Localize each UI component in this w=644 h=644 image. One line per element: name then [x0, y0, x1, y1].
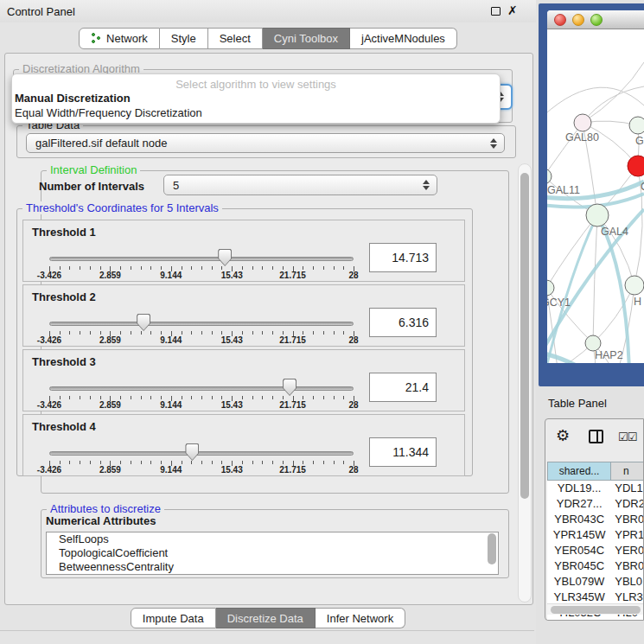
network-node-gcy1[interactable]	[547, 280, 554, 296]
tick-mark	[221, 396, 222, 399]
table-header-row: shared... n	[547, 462, 644, 481]
tick-label: 21.715	[279, 400, 306, 410]
tick-mark	[212, 396, 213, 399]
table-panel: ⚙ ☑☑ shared... n YDL19...YDL1YDR27...YDR…	[545, 418, 644, 621]
bottom-tab-impute-data[interactable]: Impute Data	[131, 608, 216, 628]
threshold-3-slider-track[interactable]	[49, 386, 354, 391]
threshold-1-slider-track[interactable]	[49, 257, 354, 261]
network-node-gal4[interactable]	[586, 204, 609, 226]
table-row-ydl19-[interactable]: YDL19...YDL1	[547, 481, 644, 496]
settings-viewport: Interval Definition Number of Intervals …	[11, 162, 516, 604]
network-node-gal11[interactable]	[547, 169, 552, 184]
tick-label: 21.715	[279, 465, 306, 475]
number-of-intervals-combobox[interactable]: 5	[163, 175, 437, 195]
threshold-3-slider-thumb[interactable]	[283, 379, 296, 396]
threshold-2-label: Threshold 2	[32, 290, 96, 303]
table-rows: YDL19...YDL1YDR27...YDR2YBR043CYBR0YPR14…	[547, 481, 644, 621]
table-row-ydr27-[interactable]: YDR27...YDR2	[547, 496, 644, 512]
threshold-4-slider-thumb[interactable]	[185, 443, 199, 461]
traffic-light-minimize-icon[interactable]	[572, 14, 584, 26]
tick-mark	[150, 461, 151, 464]
node-label-gal4: GAL4	[601, 226, 628, 238]
tick-label: 15.43	[221, 271, 243, 280]
tick-mark	[283, 461, 284, 464]
tick-mark	[201, 396, 202, 399]
tick-mark	[141, 461, 142, 464]
table-data-combobox[interactable]: galFiltered.sif default node	[26, 133, 505, 153]
threshold-3-value-field[interactable]: 21.4	[369, 373, 437, 402]
tick-mark	[334, 266, 335, 270]
traffic-light-close-icon[interactable]	[554, 14, 566, 26]
tick-mark	[242, 266, 243, 270]
tick-mark	[120, 396, 121, 399]
close-icon[interactable]: ✗	[507, 3, 518, 17]
tick-mark	[141, 266, 142, 270]
tick-mark	[323, 266, 324, 270]
tab-select[interactable]: Select	[208, 28, 263, 49]
bottom-tab-discretize-data[interactable]: Discretize Data	[216, 608, 316, 628]
attribute-item-betweennesscentrality[interactable]: BetweennessCentrality	[47, 560, 498, 574]
tick-mark	[69, 461, 70, 464]
tick-label: -3.426	[37, 271, 61, 280]
select-columns-checkboxes-icon[interactable]: ☑☑	[618, 430, 636, 443]
algorithm-option-manual-discretization[interactable]: Manual Discretization	[15, 92, 499, 106]
algorithm-dropdown-popup: Select algorithm to view settings Manual…	[11, 73, 501, 124]
table-row-ybl079w[interactable]: YBL079WYBL0	[547, 574, 644, 590]
tab-cyni-toolbox[interactable]: Cyni Toolbox	[263, 28, 350, 49]
threshold-1-slider-thumb[interactable]	[218, 249, 232, 266]
threshold-2-slider-thumb[interactable]	[137, 314, 150, 331]
node-label-gcy1: GCY1	[547, 296, 571, 309]
threshold-1-value-field[interactable]: 14.713	[369, 243, 437, 272]
tick-mark	[221, 266, 222, 270]
network-node-h[interactable]	[625, 276, 644, 295]
table-h-scrollbar[interactable]	[547, 603, 644, 615]
tick-label: 15.43	[221, 465, 243, 475]
tick-mark	[141, 331, 142, 335]
attribute-item-selfloops[interactable]: SelfLoops	[47, 532, 498, 546]
network-node-c[interactable]	[628, 156, 644, 176]
attributes-scrollbar-thumb[interactable]	[488, 533, 496, 564]
tab-style[interactable]: Style	[160, 28, 208, 49]
table-row-yer054c[interactable]: YER054CYER0	[547, 543, 644, 558]
cell-shared-name: YDL19...	[547, 481, 611, 496]
tick-mark	[242, 461, 243, 464]
column-header-shared-name[interactable]: shared...	[547, 462, 611, 481]
network-node-gal80[interactable]	[574, 114, 591, 131]
network-view-window: GAL80GCGAL11GAL4GCY1HHAP2	[547, 10, 644, 363]
threshold-4-value-field[interactable]: 11.344	[369, 437, 437, 467]
table-h-scrollbar-thumb[interactable]	[551, 606, 641, 614]
tick-label: 21.715	[279, 335, 306, 345]
panel-scrollbar-thumb[interactable]	[520, 173, 529, 499]
network-canvas[interactable]: GAL80GCGAL11GAL4GCY1HHAP2	[547, 29, 644, 363]
tick-mark	[120, 461, 121, 464]
attributes-scrollbar[interactable]	[488, 533, 496, 573]
network-edge[interactable]	[547, 87, 644, 123]
algorithm-option-equal-width-frequency-discretization[interactable]: Equal Width/Frequency Discretization	[15, 106, 499, 121]
threshold-2-value-field[interactable]: 6.316	[369, 308, 437, 337]
tick-label: -3.426	[37, 465, 61, 475]
numerical-attributes-label: Numerical Attributes	[46, 514, 156, 527]
bottom-tab-infer-network[interactable]: Infer Network	[316, 608, 405, 628]
network-node-g[interactable]	[629, 117, 644, 134]
tick-mark	[201, 266, 202, 270]
table-row-ybr045c[interactable]: YBR045CYBR0	[547, 558, 644, 574]
column-header-name[interactable]: n	[611, 462, 644, 481]
threshold-4-panel: Threshold 4-3.4262.8599.14415.4321.71528…	[22, 414, 465, 476]
attribute-item-topologicalcoefficient[interactable]: TopologicalCoefficient	[47, 546, 498, 560]
tab-network[interactable]: Network	[79, 28, 160, 49]
tick-mark	[69, 396, 70, 399]
traffic-light-zoom-icon[interactable]	[590, 14, 603, 26]
columns-icon[interactable]	[589, 430, 603, 443]
float-window-icon[interactable]	[491, 7, 501, 16]
network-edge[interactable]	[593, 215, 597, 343]
gear-icon[interactable]: ⚙	[556, 428, 570, 443]
panel-scrollbar[interactable]	[518, 163, 532, 603]
table-row-ybr043c[interactable]: YBR043CYBR0	[547, 512, 644, 527]
cell-shared-name: YDR27...	[547, 496, 611, 512]
threshold-2-slider-track[interactable]	[49, 322, 354, 326]
tab-jactivemnodules[interactable]: jActiveMNodules	[350, 28, 457, 49]
threshold-4-slider-track[interactable]	[49, 451, 354, 456]
network-edge[interactable]	[583, 62, 644, 123]
tick-mark	[150, 396, 151, 399]
table-row-ypr145w[interactable]: YPR145WYPR1	[547, 527, 644, 543]
